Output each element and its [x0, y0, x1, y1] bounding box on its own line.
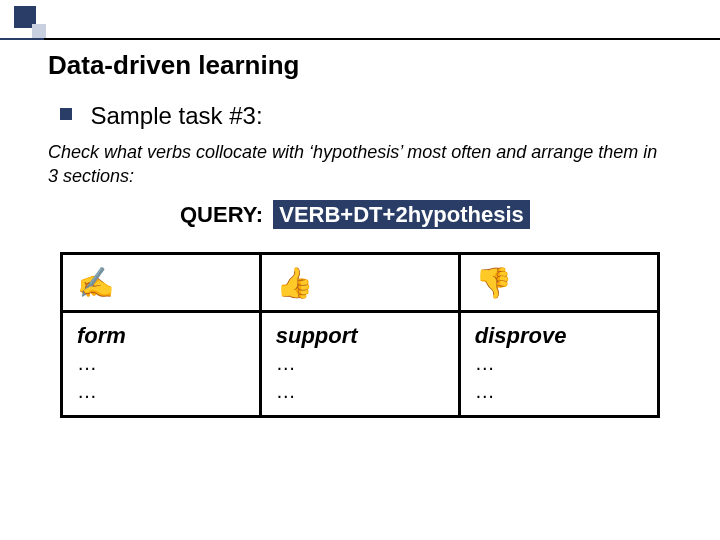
col1-r2: … — [77, 377, 245, 405]
col2-icon-cell: 👍 — [260, 254, 459, 312]
col1-body: form … … — [62, 312, 261, 417]
bullet-icon — [60, 108, 72, 120]
col3-r1: … — [475, 349, 643, 377]
col2-r2: … — [276, 377, 444, 405]
bullet-1-text: Sample task #3: — [90, 102, 262, 129]
corner-deco — [0, 0, 720, 40]
collocation-table: ✍ 👍 👎 form … … support … … disprove … … — [60, 252, 660, 418]
col2-body: support … … — [260, 312, 459, 417]
slide-title: Data-driven learning — [48, 50, 299, 81]
thumbs-down-icon: 👎 — [475, 265, 512, 300]
header-rule-accent — [0, 38, 44, 40]
table-row-icons: ✍ 👍 👎 — [62, 254, 659, 312]
col3-word: disprove — [475, 323, 643, 349]
deco-square-light — [32, 24, 46, 38]
table-row-body: form … … support … … disprove … … — [62, 312, 659, 417]
header-rule — [0, 38, 720, 40]
col1-word: form — [77, 323, 245, 349]
query-label: QUERY: — [180, 202, 263, 227]
writing-hand-icon: ✍ — [77, 265, 114, 300]
instruction-text: Check what verbs collocate with ‘hypothe… — [48, 140, 668, 189]
slide: Data-driven learning Sample task #3: Che… — [0, 0, 720, 540]
col2-word: support — [276, 323, 444, 349]
thumbs-up-icon: 👍 — [276, 265, 313, 300]
query-line: QUERY: VERB+DT+2hypothesis — [180, 202, 530, 228]
query-value: VERB+DT+2hypothesis — [273, 200, 530, 229]
col3-icon-cell: 👎 — [459, 254, 658, 312]
col1-r1: … — [77, 349, 245, 377]
bullet-1: Sample task #3: — [60, 102, 263, 130]
col1-icon-cell: ✍ — [62, 254, 261, 312]
col3-r2: … — [475, 377, 643, 405]
col2-r1: … — [276, 349, 444, 377]
col3-body: disprove … … — [459, 312, 658, 417]
